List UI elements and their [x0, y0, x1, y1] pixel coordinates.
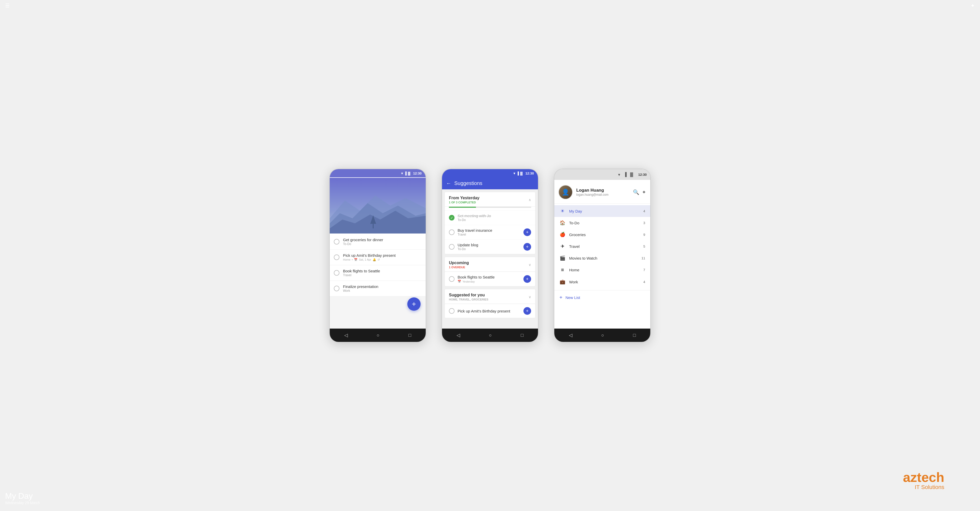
list-name: Home — [343, 258, 350, 261]
sidebar-count: 9 — [643, 233, 645, 236]
suggested-section-title: Suggested for you — [449, 293, 488, 297]
sidebar-item-movies[interactable]: 🎬 Movies to Watch 11 — [554, 252, 650, 264]
suggestion-text: Pick up Amit's Birthday present — [458, 309, 510, 313]
phone-my-day: ▾ ▐ ▓ 12:30 — [329, 169, 426, 342]
task-item[interactable]: Pick up Amit's Birthday present Home • 📅… — [330, 250, 426, 265]
calendar-icon: 📅 — [354, 258, 358, 261]
task-item[interactable]: Finalize presentation Work — [330, 281, 426, 296]
task-checkbox[interactable] — [449, 244, 455, 250]
home-nav-icon[interactable]: ○ — [601, 333, 604, 338]
suggestion-item[interactable]: Pick up Amit's Birthday present + — [445, 304, 535, 318]
time-display-3: 12:30 — [638, 173, 647, 177]
sidebar-item-home[interactable]: ≡ Home 7 — [554, 264, 650, 276]
back-nav-icon[interactable]: ◁ — [569, 332, 573, 338]
task-checkbox[interactable] — [449, 308, 455, 314]
phone-sidebar: ▾ ▐ ▓ 12:30 👤 Logan Huang logan.huang@ma… — [554, 169, 651, 342]
suggestion-item[interactable]: Update blog To-Do + — [445, 240, 535, 254]
chevron-down-icon[interactable]: ∨ — [528, 295, 531, 299]
nav-bar-1: ◁ ○ □ — [330, 329, 426, 342]
suggestion-item[interactable]: Book flights to Seattle 📅 Yesterday + — [445, 271, 535, 286]
suggestion-title: Buy travel insurance — [458, 228, 492, 233]
movies-icon: 🎬 — [559, 255, 566, 261]
chevron-up-icon[interactable]: ∧ — [528, 198, 531, 202]
sidebar-count: 3 — [643, 221, 645, 225]
sidebar-label: Travel — [569, 244, 640, 249]
back-nav-icon[interactable]: ◁ — [457, 332, 460, 338]
sidebar-item-my-day[interactable]: ☀ My Day 4 — [554, 205, 650, 217]
task-list-name: Travel — [343, 273, 380, 277]
progress-bar-fill — [449, 207, 476, 208]
task-checkbox[interactable] — [334, 270, 339, 276]
due-date: Sat, 1 Apr — [359, 258, 371, 261]
upcoming-header[interactable]: Upcoming 1 OVERDUE ∨ — [445, 257, 535, 271]
brand-name: aztech — [903, 471, 944, 484]
battery-icon: ▓ — [408, 171, 410, 175]
wifi-icon: ▾ — [618, 172, 620, 177]
task-title: Pick up Amit's Birthday present — [343, 253, 396, 257]
status-icons-1: ▾ ▐ ▓ 12:30 — [401, 171, 422, 175]
status-icons-2: ▾ ▐ ▓ 12:30 — [514, 171, 534, 175]
add-task-button[interactable]: + — [407, 297, 421, 311]
suggestion-item[interactable]: ✓ Set meeting with Jo To-Do — [445, 210, 535, 225]
sidebar-label: Groceries — [569, 233, 640, 237]
suggestion-text: Update blog To-Do — [458, 243, 478, 251]
recent-nav-icon[interactable]: □ — [408, 333, 411, 338]
task-title: Book flights to Seattle — [343, 269, 380, 273]
task-checkbox[interactable] — [334, 286, 339, 291]
status-bar-1: ▾ ▐ ▓ 12:30 — [330, 169, 426, 177]
suggestion-title: Book flights to Seattle — [458, 275, 495, 279]
sidebar-item-todo[interactable]: 🏠 To-Do 3 — [554, 217, 650, 229]
task-text: Get groceries for dinner To-Do — [343, 238, 383, 246]
task-checkbox[interactable] — [449, 230, 455, 235]
from-yesterday-header[interactable]: From Yesterday 1 OF 3 COMPLETED ∧ — [445, 192, 535, 207]
add-suggestion-button[interactable]: + — [523, 307, 531, 315]
travel-icon: ✈ — [559, 243, 566, 249]
sidebar-count: 4 — [643, 280, 645, 284]
suggestions-app-header: ← Suggestions — [442, 177, 538, 189]
search-icon[interactable]: 🔍 — [633, 189, 639, 195]
sidebar-item-work[interactable]: 💼 Work 4 — [554, 276, 650, 288]
recent-nav-icon[interactable]: □ — [633, 333, 636, 338]
sidebar-content[interactable]: 👤 Logan Huang logan.huang@mail.com 🔍 ✦ ☀… — [554, 180, 650, 329]
sidebar-item-groceries[interactable]: 🍎 Groceries 9 — [554, 229, 650, 240]
back-button[interactable]: ← — [446, 180, 451, 186]
task-item[interactable]: Book flights to Seattle Travel — [330, 265, 426, 281]
new-list-button[interactable]: + New List — [554, 292, 650, 303]
task-checkbox[interactable] — [334, 254, 339, 260]
suggested-section: Suggested for you HOME, TRAVEL, GROCERIE… — [445, 289, 535, 318]
sidebar-item-travel[interactable]: ✈ Travel 5 — [554, 240, 650, 252]
new-list-label: New List — [566, 295, 580, 300]
task-item[interactable]: Get groceries for dinner To-Do — [330, 234, 426, 250]
signal-icon: ▐ — [404, 171, 407, 175]
back-nav-icon[interactable]: ◁ — [344, 332, 348, 338]
task-checkbox-checked[interactable]: ✓ — [449, 215, 455, 220]
add-suggestion-button[interactable]: + — [523, 243, 531, 251]
suggestion-item[interactable]: Buy travel insurance Travel + — [445, 225, 535, 240]
user-email: logan.huang@mail.com — [576, 193, 608, 196]
task-title: Get groceries for dinner — [343, 238, 383, 242]
suggestion-subtitle: To-Do — [458, 218, 491, 222]
task-checkbox[interactable] — [449, 276, 455, 282]
repeat-icon: ↺ — [377, 258, 380, 261]
time-display-2: 12:30 — [525, 171, 534, 175]
suggested-header[interactable]: Suggested for you HOME, TRAVEL, GROCERIE… — [445, 289, 535, 304]
task-list-name: Work — [343, 289, 378, 292]
from-yesterday-section: From Yesterday 1 OF 3 COMPLETED ∧ ✓ Set … — [445, 192, 535, 254]
home-nav-icon[interactable]: ○ — [377, 333, 380, 338]
task-checkbox[interactable] — [334, 239, 339, 244]
home-icon: 🏠 — [559, 220, 566, 225]
sidebar-label: My Day — [569, 209, 640, 213]
suggestion-text: Book flights to Seattle 📅 Yesterday — [458, 275, 495, 283]
add-suggestion-button[interactable]: + — [523, 228, 531, 236]
task-meta: 📅 Yesterday — [458, 280, 495, 283]
suggestion-subtitle: To-Do — [458, 248, 478, 251]
task-list[interactable]: Get groceries for dinner To-Do Pick up A… — [330, 234, 426, 329]
recent-nav-icon[interactable]: □ — [520, 333, 523, 338]
chevron-down-icon[interactable]: ∨ — [528, 263, 531, 267]
sidebar-count: 7 — [643, 268, 645, 272]
home-nav-icon[interactable]: ○ — [489, 333, 492, 338]
suggestions-content[interactable]: From Yesterday 1 OF 3 COMPLETED ∧ ✓ Set … — [442, 189, 538, 329]
add-suggestion-button[interactable]: + — [523, 275, 531, 283]
brightness-icon[interactable]: ✦ — [642, 189, 646, 195]
sun-icon: ☀ — [559, 208, 566, 214]
